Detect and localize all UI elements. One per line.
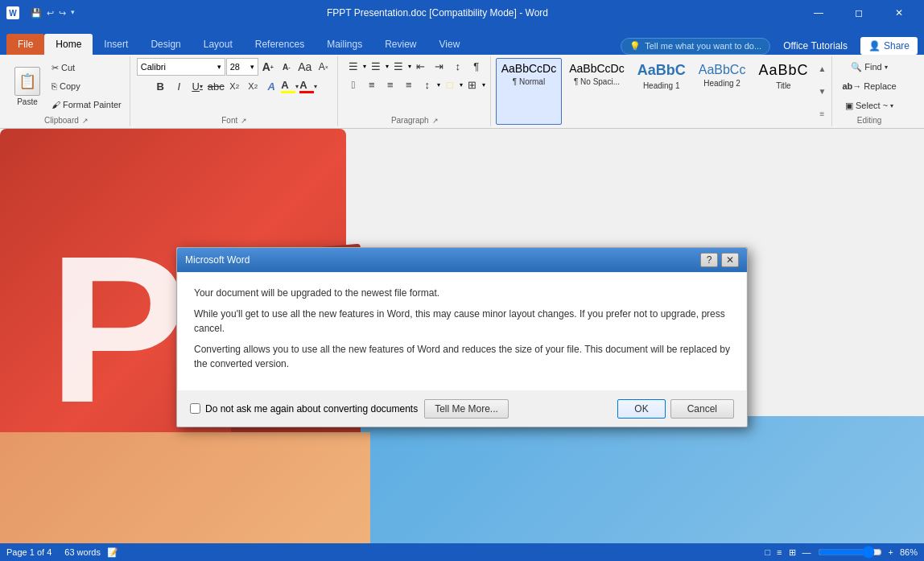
paragraph-expand-icon[interactable]: ↗ [432,117,439,125]
tab-home[interactable]: Home [44,34,93,55]
ok-button[interactable]: OK [617,399,665,419]
dont-ask-label[interactable]: Do not ask me again about converting doc… [205,403,418,415]
tell-me-more-button[interactable]: Tell Me More... [424,399,509,419]
justify-button[interactable]: ≡ [400,76,418,93]
font-name-value: Calibri [141,62,166,72]
borders-dropdown[interactable]: ▾ [482,81,485,89]
minimize-button[interactable]: ― [800,0,837,26]
styles-expand[interactable]: ≡ [820,109,825,118]
tab-references[interactable]: References [244,34,316,55]
align-right-button[interactable]: ≡ [382,76,399,93]
borders-button[interactable]: ⊞ [464,76,481,93]
office-tutorials-button[interactable]: Office Tutorials [777,37,854,55]
dialog-help-button[interactable]: ? [700,253,718,267]
italic-button[interactable]: I [170,78,188,94]
styles-scroll-down[interactable]: ▼ [819,87,827,96]
numbering-button[interactable]: ☰ [367,58,385,74]
tab-view[interactable]: View [428,34,472,55]
line-spacing-button[interactable]: ↕ [419,76,436,93]
bullets-button[interactable]: ☰ [344,58,362,74]
grow-font-button[interactable]: A+ [259,59,277,75]
tell-me-text: Tell me what you want to do... [645,41,761,51]
style-heading2[interactable]: AaBbCc Heading 2 [693,58,752,125]
font-expand-icon[interactable]: ↗ [241,117,247,125]
font-name-selector[interactable]: Calibri ▾ [137,58,225,76]
shading-button[interactable]: □ [441,76,459,93]
underline-dropdown-icon[interactable]: ▾ [200,83,203,90]
dialog-footer: Do not ask me again about converting doc… [177,391,747,427]
superscript-button[interactable]: X2 [244,78,262,94]
show-hide-button[interactable]: ¶ [468,58,485,74]
zoom-in-button[interactable]: + [889,547,893,557]
copy-button[interactable]: ⎘ Copy [48,77,125,95]
shading-dropdown[interactable]: ▾ [460,81,463,89]
bullets-dropdown[interactable]: ▾ [363,63,366,70]
zoom-slider[interactable] [818,546,882,559]
select-button[interactable]: ▣ Select ~ ▾ [842,97,897,114]
align-left-button[interactable]: ​ [344,76,362,93]
paste-button[interactable]: 📋 Paste [8,64,47,109]
styles-scroll[interactable]: ▲ ▼ ≡ [815,58,828,125]
shrink-font-button[interactable]: A- [278,59,295,75]
sort-button[interactable]: ↕ [449,58,467,74]
style-heading1[interactable]: AaBbC Heading 1 [632,58,691,125]
title-bar-left: W 💾 ↩ ↪ ▾ [6,6,75,19]
restore-button[interactable]: ◻ [840,0,877,26]
font-size-selector[interactable]: 28 ▾ [226,58,258,76]
tab-mailings[interactable]: Mailings [316,34,373,55]
style-no-spacing[interactable]: AaBbCcDc ¶ No Spaci... [563,58,629,125]
tab-layout[interactable]: Layout [192,34,244,55]
multilevel-dropdown[interactable]: ▾ [408,63,411,70]
undo-quick-btn[interactable]: ↩ [47,8,54,19]
style-normal[interactable]: AaBbCcDc ¶ Normal [496,58,562,125]
redo-quick-btn[interactable]: ↪ [59,8,66,19]
ribbon-group-paragraph: ☰ ▾ ☰ ▾ ☰ ▾ ⇤ ⇥ ↕ ¶ ​ ≡ ≡ ≡ ↕ ▾ [340,56,491,126]
cancel-button[interactable]: Cancel [670,399,734,419]
tell-me-input[interactable]: 💡 Tell me what you want to do... [621,38,770,55]
font-content: Calibri ▾ 28 ▾ A+ A- Aa A× B I [137,58,332,114]
tab-file[interactable]: File [6,34,44,55]
increase-indent-button[interactable]: ⇥ [431,58,448,74]
select-dropdown-icon[interactable]: ▾ [890,102,893,109]
change-case-button[interactable]: Aa [296,59,314,75]
close-button[interactable]: ✕ [881,0,918,26]
numbering-dropdown[interactable]: ▾ [386,63,389,70]
text-effects-button[interactable]: A [262,78,280,94]
tab-design[interactable]: Design [139,34,192,55]
editing-content: 🔍 Find ▾ ab→ Replace ▣ Select ~ ▾ [839,58,899,114]
style-normal-label: ¶ Normal [513,77,545,86]
multilevel-button[interactable]: ☰ [390,58,407,74]
cut-button[interactable]: ✂ Cut [48,59,125,76]
align-center-button[interactable]: ≡ [363,76,381,93]
find-dropdown-icon[interactable]: ▾ [885,64,888,71]
bold-button[interactable]: B [151,78,169,94]
dont-ask-checkbox[interactable] [190,403,200,414]
tab-insert[interactable]: Insert [93,34,139,55]
highlight-button[interactable]: A ▾ [281,78,299,94]
view-read-icon[interactable]: □ [765,547,770,557]
share-button[interactable]: 👤 Share [860,37,918,55]
styles-scroll-up[interactable]: ▲ [819,64,827,73]
font-color-button[interactable]: A ▾ [299,78,317,94]
strikethrough-button[interactable]: abc [207,78,225,94]
tab-review[interactable]: Review [373,34,427,55]
save-quick-btn[interactable]: 💾 [31,8,42,19]
replace-button[interactable]: ab→ Replace [839,77,899,95]
line-spacing-dropdown[interactable]: ▾ [437,81,440,89]
view-print-icon[interactable]: ≡ [777,547,782,557]
subscript-button[interactable]: X2 [225,78,243,94]
font-size-dropdown-icon[interactable]: ▾ [250,63,254,71]
format-painter-button[interactable]: 🖌 Format Painter [48,96,125,113]
clipboard-expand-icon[interactable]: ↗ [82,117,89,125]
clipboard-small-btns: ✂ Cut ⎘ Copy 🖌 Format Painter [48,59,125,113]
find-button[interactable]: 🔍 Find ▾ [848,58,890,76]
dialog-close-button[interactable]: ✕ [721,253,739,267]
font-dropdown-icon[interactable]: ▾ [217,63,221,71]
decrease-indent-button[interactable]: ⇤ [412,58,430,74]
style-title[interactable]: AaBbC Title [753,58,814,125]
zoom-out-button[interactable]: — [802,547,811,557]
view-web-icon[interactable]: ⊞ [789,547,796,558]
copy-label: Copy [60,81,80,91]
clear-formatting-button[interactable]: A× [315,59,332,75]
underline-button[interactable]: U ▾ [188,78,206,94]
